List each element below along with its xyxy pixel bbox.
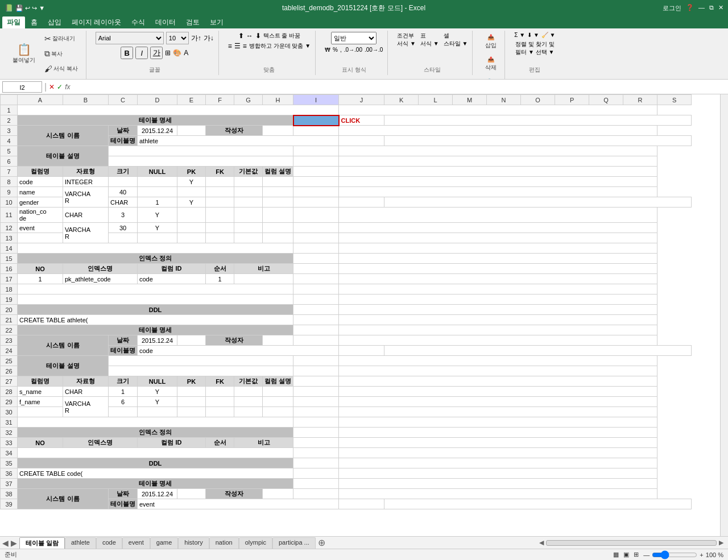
zoom-in-btn[interactable]: + (700, 551, 703, 558)
cell-34i[interactable] (293, 448, 339, 458)
cell-ddl-val-1[interactable]: CREATE TABLE athlete( (18, 315, 293, 325)
cell-11a[interactable]: nation_code (18, 208, 63, 223)
row-num-19[interactable]: 19 (1, 294, 18, 305)
cell-11c[interactable]: 3 (109, 208, 138, 223)
row-num-31[interactable]: 31 (1, 417, 18, 428)
cell-tabledesc-val-1[interactable] (109, 146, 293, 156)
cell-8-rest[interactable] (339, 177, 657, 187)
fill-btn[interactable]: ⬇ ▼ (527, 32, 539, 38)
comma-btn[interactable]: , (340, 47, 342, 53)
cell-9i[interactable] (293, 187, 339, 197)
cell-28a[interactable]: s_name (18, 387, 63, 397)
row-num-28[interactable]: 28 (1, 387, 18, 397)
cell-12i[interactable] (293, 223, 339, 233)
cell-10-rest[interactable] (384, 197, 692, 208)
view-pagebreak[interactable]: ⊞ (634, 551, 639, 558)
sheet-tab-add-button[interactable]: ⊕ (318, 537, 325, 548)
cell-11e[interactable] (177, 208, 206, 223)
underline-button[interactable]: 가 (150, 47, 163, 59)
cell-24i[interactable] (339, 346, 384, 356)
view-layout[interactable]: ▣ (623, 551, 629, 558)
col-header-H[interactable]: H (263, 95, 293, 105)
restore-btn[interactable]: ⧉ (709, 4, 714, 13)
cell-13g[interactable] (234, 233, 263, 243)
col-header-L[interactable]: L (419, 95, 453, 105)
format-painter-button[interactable]: 🖌 서식 복사 (41, 62, 81, 76)
row-num-36[interactable]: 36 (1, 468, 18, 479)
cell-13i[interactable] (293, 233, 339, 243)
row-num-32[interactable]: 32 (1, 428, 18, 438)
row-num-37[interactable]: 37 (1, 479, 18, 489)
col-header-J[interactable]: J (339, 95, 384, 105)
cell-30e[interactable] (177, 407, 206, 417)
cell-25i[interactable] (293, 356, 339, 366)
menu-data[interactable]: 데이터 (151, 16, 180, 28)
cell-3e[interactable] (177, 126, 206, 136)
cell-12b[interactable]: VARCHAR (63, 223, 109, 243)
cell-33i[interactable] (293, 438, 339, 448)
row-num-7[interactable]: 7 (1, 167, 18, 177)
font-color-button[interactable]: A (184, 49, 188, 57)
cell-28c[interactable]: 1 (109, 387, 138, 397)
cell-9b[interactable]: VARCHAR (63, 187, 109, 208)
cell-17a[interactable]: 1 (18, 274, 63, 284)
row-num-17[interactable]: 17 (1, 274, 18, 284)
sheet-tab-code[interactable]: code (96, 537, 122, 549)
cell-8b[interactable]: INTEGER (63, 177, 109, 187)
col-header-D[interactable]: D (138, 95, 177, 105)
cell-35i[interactable] (293, 458, 339, 468)
align-top-btn[interactable]: ⬆ (238, 32, 244, 40)
row-num-16[interactable]: 16 (1, 264, 18, 274)
cell-29g[interactable] (234, 397, 263, 407)
cell-28b[interactable]: CHAR (63, 387, 109, 397)
cell-2c[interactable] (384, 115, 692, 126)
row-num-15[interactable]: 15 (1, 254, 18, 264)
cell-15i[interactable] (293, 254, 339, 264)
autosum-btn[interactable]: Σ ▼ (514, 32, 525, 38)
cell-15-rest[interactable] (339, 254, 657, 264)
percent-btn[interactable]: % (333, 47, 338, 53)
cell-38i[interactable] (293, 489, 339, 499)
cell-17-rest[interactable] (339, 274, 657, 284)
cell-8c[interactable] (109, 177, 138, 187)
horizontal-scroll-left[interactable]: ◀ (539, 539, 544, 546)
cell-10i[interactable] (339, 197, 384, 208)
cell-22i[interactable] (293, 325, 339, 335)
delete-cell-btn[interactable]: 📤 삭제 (482, 54, 500, 74)
cell-13c[interactable] (109, 233, 138, 243)
wrap-text-btn[interactable]: 텍스트 줄 바꿈 (263, 32, 301, 40)
row-num-11[interactable]: 11 (1, 208, 18, 223)
cell-37-rest[interactable] (339, 479, 657, 489)
cell-28-rest[interactable] (339, 387, 657, 397)
row-num-35[interactable]: 35 (1, 458, 18, 468)
cell-18[interactable] (18, 284, 293, 294)
cell-table-title-1[interactable]: 테이블 명세 (18, 115, 293, 126)
cell-12f[interactable] (206, 223, 234, 233)
cell-32i[interactable] (293, 428, 339, 438)
cell-37i[interactable] (293, 479, 339, 489)
cell-13a[interactable] (18, 233, 63, 243)
cell-12a[interactable]: event (18, 223, 63, 233)
cell-9h[interactable] (263, 187, 293, 197)
cell-29h[interactable] (263, 397, 293, 407)
row-num-6[interactable]: 6 (1, 156, 18, 167)
cell-12h[interactable] (263, 223, 293, 233)
row-num-18[interactable]: 18 (1, 284, 18, 294)
cell-29d[interactable]: Y (138, 397, 177, 407)
vertical-scrollbar[interactable] (720, 94, 728, 536)
cell-10e[interactable] (206, 197, 234, 208)
cell-31i[interactable] (293, 417, 339, 428)
cell-11h[interactable] (263, 208, 293, 223)
align-middle-btn[interactable]: ↔ (246, 32, 253, 40)
formula-icon-x[interactable]: ✕ (49, 83, 55, 91)
cell-7i[interactable] (293, 167, 339, 177)
row-num-34[interactable]: 34 (1, 448, 18, 458)
close-btn[interactable]: ✕ (718, 4, 723, 13)
sort-filter-btn[interactable]: 정렬 및 찾기 및필터 ▼ 선택 ▼ (515, 40, 554, 56)
horizontal-scrollbar[interactable] (546, 540, 717, 546)
cell-17b[interactable]: pk_athlete_code (63, 274, 138, 284)
cell-29e[interactable] (177, 397, 206, 407)
cell-13e[interactable] (177, 233, 206, 243)
cell-9e[interactable] (177, 187, 206, 197)
cell-29i[interactable] (293, 397, 339, 407)
